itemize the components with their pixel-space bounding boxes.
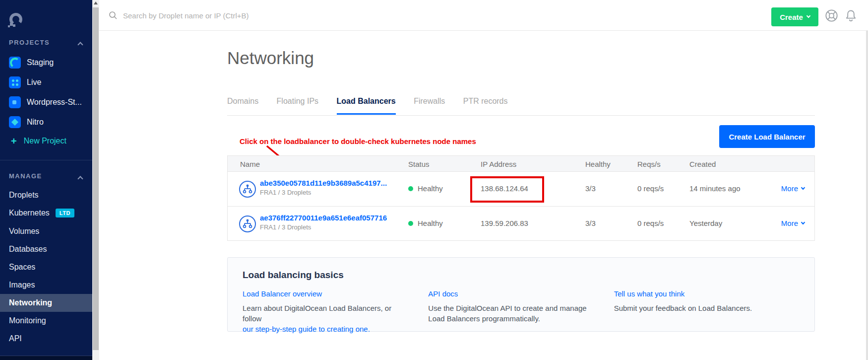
sidebar-item-droplets[interactable]: Droplets [0,186,92,204]
sidebar-item-wordpress[interactable]: Wordpress-St... [0,92,92,112]
help-icon[interactable] [825,9,838,24]
tab-domains[interactable]: Domains [227,97,258,113]
sidebar-item-images[interactable]: Images [0,276,92,294]
basics-title: Load balancing basics [243,270,800,281]
sidebar: PROJECTS Staging Live Wordpress-St... Ni… [0,0,92,360]
status-label: Healthy [418,184,443,193]
search-input[interactable] [123,11,361,20]
step-by-step-guide-link[interactable]: our step-by-step guide to creating one. [243,325,370,333]
sidebar-item-spaces[interactable]: Spaces [0,258,92,276]
basics-card-api: API docs Use the DigitalOcean API to cre… [428,289,614,334]
manage-section [0,160,92,160]
manage-label: Volumes [9,227,39,236]
table-header-row: Name Status IP Address Healthy Reqs/s Cr… [228,156,814,172]
manage-section-header: MANAGE [9,172,42,180]
chevron-down-icon [801,220,805,224]
sidebar-scrollbar[interactable] [92,0,99,360]
ip-address-cell: 139.59.206.83 [481,219,528,227]
healthy-count-cell: 3/3 [585,219,596,227]
name-cell: abe350e05781d11e9b3689a5c4197... FRA1 / … [260,179,387,196]
scrollbar-thumb[interactable] [93,7,99,350]
created-cell: Yesterday [689,219,722,227]
chevron-up-icon [77,176,83,181]
manage-label: Databases [9,245,47,254]
load-balancer-region: FRA1 / 3 Droplets [260,223,387,231]
basics-card-feedback: Tell us what you think Submit your feedb… [614,289,800,334]
created-cell: 14 minutes ago [689,184,741,193]
projects-collapse-toggle[interactable] [78,40,82,49]
healthy-status-dot [408,186,413,191]
chevron-down-icon [801,185,805,189]
tell-us-what-you-think-link[interactable]: Tell us what you think [614,289,685,298]
api-docs-link[interactable]: API docs [428,289,458,298]
topbar: Create [99,0,868,31]
create-load-balancer-button[interactable]: Create Load Balancer [719,125,815,148]
page-scrollbar[interactable] [866,31,868,360]
sidebar-item-databases[interactable]: Databases [0,240,92,258]
project-label: Staging [27,58,54,67]
new-project-label: New Project [24,137,66,145]
scrollbar-up-arrow-icon[interactable] [94,1,98,4]
manage-label: Monitoring [9,316,46,325]
name-cell: ae376ff22770011e9a651e6eaf057716 FRA1 / … [260,214,387,231]
new-project-button[interactable]: + New Project [0,132,92,150]
healthy-count-cell: 3/3 [585,184,596,193]
sidebar-item-kubernetes[interactable]: Kubernetes LTD [0,204,92,222]
column-header-healthy: Healthy [585,160,611,168]
tab-ptr-records[interactable]: PTR records [463,97,508,113]
basics-body-text: Submit your feedback on Load Balancers. [614,303,780,313]
column-header-reqs: Reqs/s [637,160,661,168]
column-header-created: Created [689,160,716,168]
manage-label: Networking [9,298,52,307]
reqs-cell: 0 reqs/s [637,184,664,193]
sidebar-item-volumes[interactable]: Volumes [0,222,92,240]
sidebar-item-staging[interactable]: Staging [0,53,92,72]
chevron-down-icon [806,14,810,18]
status-label: Healthy [418,219,443,227]
load-balancer-overview-link[interactable]: Load Balancer overview [243,289,322,298]
sidebar-item-networking[interactable]: Networking [0,294,92,312]
reqs-cell: 0 reqs/s [637,219,664,227]
manage-label: Kubernetes [9,209,50,217]
digitalocean-logo-icon[interactable] [6,11,24,29]
annotation-highlight-box [470,176,544,203]
load-balancer-icon [239,180,256,200]
basics-body-text: Use the DigitalOcean API to create and m… [428,303,594,324]
load-balancer-name-link[interactable]: abe350e05781d11e9b3689a5c4197... [260,179,387,187]
manage-label: Droplets [9,191,39,200]
wordpress-project-icon [9,96,21,108]
bell-icon[interactable] [844,9,858,24]
tab-load-balancers[interactable]: Load Balancers [337,97,396,115]
ltd-badge: LTD [56,209,74,217]
project-label: Live [27,78,41,87]
plus-icon: + [11,136,17,147]
load-balancer-name-link[interactable]: ae376ff22770011e9a651e6eaf057716 [260,214,387,222]
tab-floating-ips[interactable]: Floating IPs [277,97,318,113]
more-menu-button[interactable]: More [781,219,805,227]
page-title: Networking [227,48,314,68]
sidebar-item-nitro[interactable]: Nitro [0,112,92,132]
search-box [108,0,361,31]
sidebar-item-live[interactable]: Live [0,72,92,92]
search-icon [108,10,118,20]
more-menu-button[interactable]: More [781,184,805,193]
sidebar-item-api[interactable]: API [0,330,92,348]
more-label: More [781,219,798,227]
basics-body-text: Learn about DigitalOcean Load Balancers,… [243,304,391,323]
project-label: Wordpress-St... [27,98,82,107]
column-header-status: Status [408,160,430,168]
nitro-project-icon [9,116,21,128]
sidebar-item-monitoring[interactable]: Monitoring [0,312,92,330]
create-button-label: Create [780,13,803,21]
column-header-name: Name [240,160,260,168]
manage-label: Images [9,281,35,289]
healthy-status-dot [408,221,413,226]
tab-firewalls[interactable]: Firewalls [414,97,445,113]
create-button[interactable]: Create [771,7,818,26]
status-cell: Healthy [408,184,443,193]
digitalocean-control-panel: PROJECTS Staging Live Wordpress-St... Ni… [0,0,868,360]
manage-collapse-toggle[interactable] [78,174,82,183]
basics-card-overview: Load Balancer overview Learn about Digit… [243,289,428,334]
tab-bar: Domains Floating IPs Load Balancers Fire… [227,97,815,116]
live-project-icon [9,76,21,88]
